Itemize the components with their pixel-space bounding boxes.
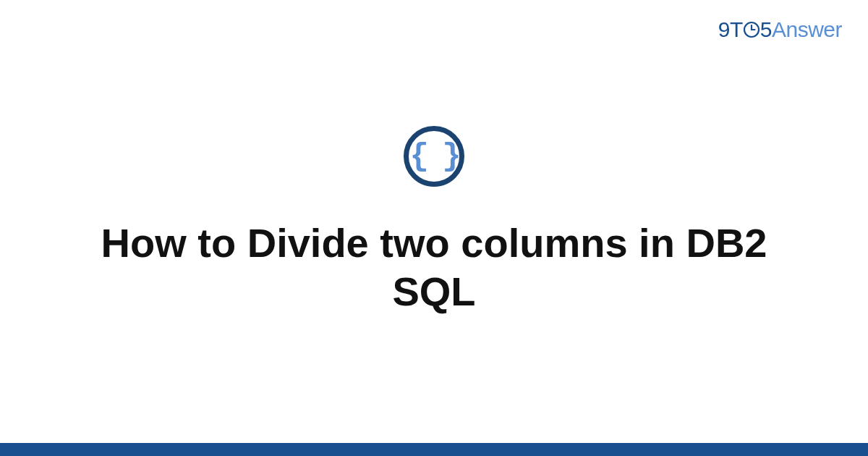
main-content: { } How to Divide two columns in DB2 SQL [0,0,868,456]
code-braces-icon: { } [404,126,464,187]
page-title: How to Divide two columns in DB2 SQL [54,219,814,316]
braces-glyph: { } [409,140,458,172]
footer-accent-bar [0,443,868,456]
